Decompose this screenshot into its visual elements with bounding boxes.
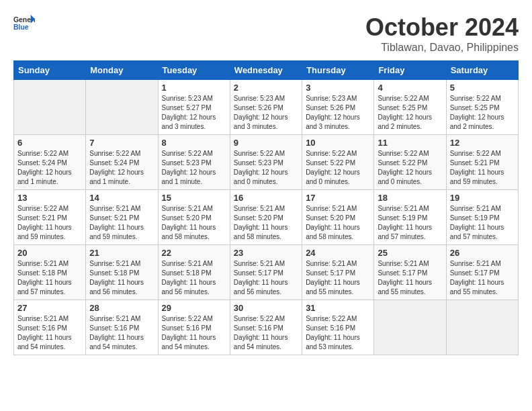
day-info: Sunrise: 5:22 AM Sunset: 5:25 PM Dayligh… (450, 94, 515, 132)
day-number: 6 (17, 138, 82, 148)
page-header: General Blue October 2024 Tiblawan, Dava… (13, 13, 519, 54)
day-info: Sunrise: 5:21 AM Sunset: 5:18 PM Dayligh… (162, 259, 226, 297)
calendar-cell: 26Sunrise: 5:21 AM Sunset: 5:17 PM Dayli… (446, 245, 518, 300)
calendar-cell: 4Sunrise: 5:22 AM Sunset: 5:25 PM Daylig… (374, 80, 446, 135)
calendar-cell (86, 80, 158, 135)
calendar-cell (446, 300, 518, 355)
calendar-week-2: 6Sunrise: 5:22 AM Sunset: 5:24 PM Daylig… (14, 135, 519, 190)
day-info: Sunrise: 5:22 AM Sunset: 5:25 PM Dayligh… (378, 94, 442, 132)
day-info: Sunrise: 5:21 AM Sunset: 5:17 PM Dayligh… (450, 259, 515, 297)
day-info: Sunrise: 5:21 AM Sunset: 5:17 PM Dayligh… (306, 259, 370, 297)
day-number: 14 (89, 193, 154, 203)
calendar-cell: 28Sunrise: 5:21 AM Sunset: 5:16 PM Dayli… (86, 300, 158, 355)
day-info: Sunrise: 5:21 AM Sunset: 5:16 PM Dayligh… (89, 314, 154, 352)
day-number: 2 (234, 83, 298, 93)
month-title: October 2024 (365, 13, 519, 42)
weekday-header-monday: Monday (86, 61, 158, 80)
calendar-week-1: 1Sunrise: 5:23 AM Sunset: 5:27 PM Daylig… (14, 80, 519, 135)
day-number: 23 (234, 248, 298, 258)
day-info: Sunrise: 5:22 AM Sunset: 5:24 PM Dayligh… (17, 149, 82, 187)
day-info: Sunrise: 5:23 AM Sunset: 5:27 PM Dayligh… (162, 94, 226, 132)
calendar-cell: 22Sunrise: 5:21 AM Sunset: 5:18 PM Dayli… (158, 245, 230, 300)
day-info: Sunrise: 5:23 AM Sunset: 5:26 PM Dayligh… (306, 94, 370, 132)
calendar-cell: 12Sunrise: 5:22 AM Sunset: 5:21 PM Dayli… (446, 135, 518, 190)
day-number: 15 (162, 193, 226, 203)
day-info: Sunrise: 5:23 AM Sunset: 5:26 PM Dayligh… (234, 94, 298, 132)
day-number: 28 (89, 303, 154, 313)
day-number: 29 (162, 303, 226, 313)
svg-text:Blue: Blue (13, 24, 29, 31)
day-info: Sunrise: 5:21 AM Sunset: 5:18 PM Dayligh… (17, 259, 82, 297)
calendar-cell: 6Sunrise: 5:22 AM Sunset: 5:24 PM Daylig… (14, 135, 86, 190)
title-block: October 2024 Tiblawan, Davao, Philippine… (365, 13, 519, 54)
calendar-cell: 14Sunrise: 5:21 AM Sunset: 5:21 PM Dayli… (86, 190, 158, 245)
weekday-header-friday: Friday (374, 61, 446, 80)
day-number: 9 (234, 138, 298, 148)
day-info: Sunrise: 5:22 AM Sunset: 5:16 PM Dayligh… (306, 314, 370, 352)
day-number: 11 (378, 138, 442, 148)
day-number: 3 (306, 83, 370, 93)
calendar-cell: 31Sunrise: 5:22 AM Sunset: 5:16 PM Dayli… (302, 300, 374, 355)
day-info: Sunrise: 5:21 AM Sunset: 5:21 PM Dayligh… (89, 204, 154, 242)
day-info: Sunrise: 5:22 AM Sunset: 5:22 PM Dayligh… (306, 149, 370, 187)
weekday-header-thursday: Thursday (302, 61, 374, 80)
day-number: 7 (89, 138, 154, 148)
day-number: 19 (450, 193, 515, 203)
day-number: 10 (306, 138, 370, 148)
calendar-cell: 19Sunrise: 5:21 AM Sunset: 5:19 PM Dayli… (446, 190, 518, 245)
day-info: Sunrise: 5:21 AM Sunset: 5:19 PM Dayligh… (450, 204, 515, 242)
calendar-cell: 9Sunrise: 5:22 AM Sunset: 5:23 PM Daylig… (230, 135, 302, 190)
weekday-header-tuesday: Tuesday (158, 61, 230, 80)
calendar-cell: 25Sunrise: 5:21 AM Sunset: 5:17 PM Dayli… (374, 245, 446, 300)
day-info: Sunrise: 5:22 AM Sunset: 5:23 PM Dayligh… (234, 149, 298, 187)
day-number: 4 (378, 83, 442, 93)
calendar-cell: 7Sunrise: 5:22 AM Sunset: 5:24 PM Daylig… (86, 135, 158, 190)
calendar-table: SundayMondayTuesdayWednesdayThursdayFrid… (13, 60, 519, 355)
calendar-cell: 21Sunrise: 5:21 AM Sunset: 5:18 PM Dayli… (86, 245, 158, 300)
day-number: 16 (234, 193, 298, 203)
day-number: 5 (450, 83, 515, 93)
day-info: Sunrise: 5:22 AM Sunset: 5:24 PM Dayligh… (89, 149, 154, 187)
day-number: 12 (450, 138, 515, 148)
calendar-week-3: 13Sunrise: 5:22 AM Sunset: 5:21 PM Dayli… (14, 190, 519, 245)
day-info: Sunrise: 5:21 AM Sunset: 5:16 PM Dayligh… (17, 314, 82, 352)
day-number: 13 (17, 193, 82, 203)
day-info: Sunrise: 5:22 AM Sunset: 5:16 PM Dayligh… (234, 314, 298, 352)
day-number: 17 (306, 193, 370, 203)
day-info: Sunrise: 5:22 AM Sunset: 5:21 PM Dayligh… (450, 149, 515, 187)
calendar-week-5: 27Sunrise: 5:21 AM Sunset: 5:16 PM Dayli… (14, 300, 519, 355)
calendar-cell: 11Sunrise: 5:22 AM Sunset: 5:22 PM Dayli… (374, 135, 446, 190)
weekday-header-sunday: Sunday (14, 61, 86, 80)
calendar-cell: 8Sunrise: 5:22 AM Sunset: 5:23 PM Daylig… (158, 135, 230, 190)
day-info: Sunrise: 5:22 AM Sunset: 5:22 PM Dayligh… (378, 149, 442, 187)
day-number: 30 (234, 303, 298, 313)
day-number: 31 (306, 303, 370, 313)
calendar-week-4: 20Sunrise: 5:21 AM Sunset: 5:18 PM Dayli… (14, 245, 519, 300)
day-info: Sunrise: 5:22 AM Sunset: 5:23 PM Dayligh… (162, 149, 226, 187)
day-number: 22 (162, 248, 226, 258)
calendar-cell: 24Sunrise: 5:21 AM Sunset: 5:17 PM Dayli… (302, 245, 374, 300)
calendar-cell: 29Sunrise: 5:22 AM Sunset: 5:16 PM Dayli… (158, 300, 230, 355)
calendar-cell (14, 80, 86, 135)
day-number: 18 (378, 193, 442, 203)
calendar-cell: 15Sunrise: 5:21 AM Sunset: 5:20 PM Dayli… (158, 190, 230, 245)
calendar-cell: 2Sunrise: 5:23 AM Sunset: 5:26 PM Daylig… (230, 80, 302, 135)
calendar-cell (374, 300, 446, 355)
calendar-body: 1Sunrise: 5:23 AM Sunset: 5:27 PM Daylig… (14, 80, 519, 355)
calendar-cell: 18Sunrise: 5:21 AM Sunset: 5:19 PM Dayli… (374, 190, 446, 245)
day-info: Sunrise: 5:22 AM Sunset: 5:16 PM Dayligh… (162, 314, 226, 352)
logo: General Blue (13, 13, 35, 32)
weekday-header-row: SundayMondayTuesdayWednesdayThursdayFrid… (14, 61, 519, 80)
day-number: 1 (162, 83, 226, 93)
day-number: 24 (306, 248, 370, 258)
day-info: Sunrise: 5:21 AM Sunset: 5:20 PM Dayligh… (162, 204, 226, 242)
day-info: Sunrise: 5:21 AM Sunset: 5:17 PM Dayligh… (378, 259, 442, 297)
calendar-cell: 16Sunrise: 5:21 AM Sunset: 5:20 PM Dayli… (230, 190, 302, 245)
day-number: 26 (450, 248, 515, 258)
day-info: Sunrise: 5:21 AM Sunset: 5:17 PM Dayligh… (234, 259, 298, 297)
day-number: 21 (89, 248, 154, 258)
day-number: 20 (17, 248, 82, 258)
logo-icon: General Blue (13, 13, 35, 32)
day-number: 25 (378, 248, 442, 258)
calendar-header: SundayMondayTuesdayWednesdayThursdayFrid… (14, 61, 519, 80)
